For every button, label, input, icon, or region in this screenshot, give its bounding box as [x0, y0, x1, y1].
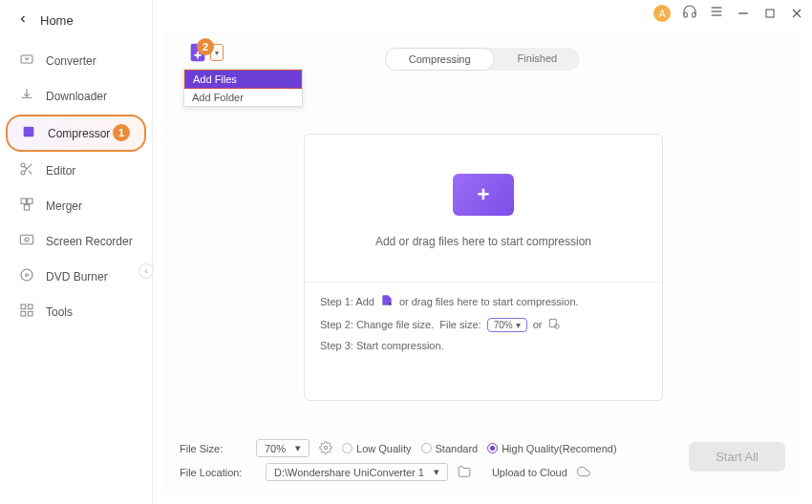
svg-point-19 — [21, 269, 32, 281]
back-arrow-icon[interactable] — [17, 11, 29, 29]
svg-rect-16 — [24, 205, 29, 210]
file-location-select[interactable]: D:\Wondershare UniConverter 1 ▾ — [266, 463, 448, 481]
start-all-button[interactable]: Start All — [689, 442, 785, 472]
file-size-value: 70% — [265, 443, 286, 454]
bottom-bar: File Size: 70% ▾ Low Quality Standard Hi… — [180, 439, 785, 487]
step2-pre-label: Step 2: Change file size. — [320, 319, 434, 330]
tools-icon — [19, 303, 34, 321]
svg-rect-17 — [20, 235, 32, 243]
radio-checked-icon — [487, 443, 498, 453]
svg-point-27 — [555, 325, 560, 329]
dvd-burner-icon — [19, 267, 34, 285]
sidebar-item-label: Merger — [46, 200, 82, 213]
tab-finished[interactable]: Finished — [495, 48, 581, 71]
step2-size-select[interactable]: 70%▾ — [487, 318, 527, 332]
svg-rect-26 — [550, 319, 557, 326]
maximize-button[interactable] — [762, 6, 778, 21]
sidebar-collapse-toggle[interactable]: ‹ — [139, 263, 154, 279]
plus-icon: + — [478, 182, 490, 207]
svg-point-18 — [25, 238, 29, 242]
settings-small-icon[interactable] — [547, 317, 561, 332]
chevron-down-icon: ▾ — [295, 442, 301, 454]
gear-icon[interactable] — [319, 441, 332, 456]
add-dropdown-menu: Add Files Add Folder — [183, 69, 303, 107]
file-size-label: File Size: — [180, 443, 246, 454]
tab-compressing[interactable]: Compressing — [385, 48, 495, 71]
close-button[interactable] — [789, 6, 804, 21]
step1-post-label: or drag files here to start compression. — [399, 296, 579, 307]
file-size-select[interactable]: 70% ▾ — [256, 439, 310, 457]
screen-recorder-icon — [19, 232, 34, 250]
avatar[interactable]: A — [653, 5, 671, 22]
sidebar-item-label: Editor — [46, 164, 75, 178]
svg-rect-24 — [21, 311, 26, 316]
drop-zone[interactable]: + Add or drag files here to start compre… — [304, 134, 663, 401]
minimize-button[interactable] — [736, 6, 751, 21]
chevron-left-icon: ‹ — [145, 266, 148, 276]
step-1: Step 1: Add + or drag files here to star… — [320, 294, 647, 309]
sidebar-item-label: Downloader — [46, 90, 107, 103]
converter-icon — [19, 52, 34, 70]
dropdown-item-add-files[interactable]: Add Files — [184, 70, 302, 89]
svg-point-28 — [324, 446, 328, 450]
svg-line-13 — [24, 166, 27, 169]
step2-or-label: or — [533, 319, 543, 330]
sidebar-title: Home — [40, 13, 74, 28]
sidebar-item-merger[interactable]: Merger — [6, 189, 146, 222]
quality-low-label: Low Quality — [356, 443, 411, 454]
radio-icon — [421, 443, 432, 453]
sidebar-item-tools[interactable]: Tools — [6, 295, 146, 328]
merger-icon — [19, 197, 34, 215]
folder-upload-icon: + — [445, 168, 522, 221]
sidebar-item-editor[interactable]: Editor — [6, 154, 146, 187]
svg-text:+: + — [388, 301, 392, 307]
svg-rect-14 — [21, 199, 26, 203]
avatar-initial: A — [659, 9, 666, 19]
sidebar-item-downloader[interactable]: Downloader — [6, 79, 146, 113]
sidebar-item-dvd-burner[interactable]: DVD Burner — [6, 260, 146, 293]
svg-point-10 — [21, 171, 25, 175]
hamburger-icon[interactable] — [709, 4, 724, 23]
folder-open-icon[interactable] — [458, 465, 471, 480]
headset-icon[interactable] — [682, 4, 697, 23]
quality-standard-radio[interactable]: Standard — [421, 443, 479, 454]
quality-high-radio[interactable]: High Quality(Recomend) — [487, 443, 616, 454]
step-3: Step 3: Start compression. — [320, 340, 647, 351]
step1-pre-label: Step 1: Add — [320, 296, 374, 307]
svg-rect-8 — [24, 127, 34, 137]
sidebar-item-label: Converter — [46, 54, 96, 68]
sidebar-item-label: Tools — [46, 305, 73, 319]
svg-point-20 — [26, 274, 29, 277]
sidebar-item-screen-recorder[interactable]: Screen Recorder — [6, 224, 146, 258]
downloader-icon — [19, 87, 34, 105]
document-add-small-icon: + — [380, 294, 394, 309]
cloud-icon[interactable] — [577, 465, 590, 480]
step2-value: 70% — [494, 320, 513, 330]
annotation-badge-1: 1 — [113, 124, 130, 141]
svg-rect-22 — [28, 304, 32, 309]
radio-icon — [342, 443, 353, 453]
quality-standard-label: Standard — [436, 443, 479, 454]
file-location-value: D:\Wondershare UniConverter 1 — [274, 467, 424, 478]
annotation-badge-2: 2 — [197, 38, 214, 55]
step-2: Step 2: Change file size. File size: 70%… — [320, 317, 647, 332]
svg-rect-4 — [766, 10, 774, 17]
sidebar: Home Converter Downloader Compressor Edi… — [0, 0, 153, 504]
drop-zone-text: Add or drag files here to start compress… — [375, 235, 591, 248]
svg-rect-15 — [28, 199, 32, 203]
file-location-label: File Location: — [180, 467, 256, 478]
quality-high-label: High Quality(Recomend) — [502, 443, 616, 454]
sidebar-item-converter[interactable]: Converter — [6, 44, 146, 77]
sidebar-item-label: Screen Recorder — [46, 235, 133, 248]
chevron-down-icon: ▾ — [215, 49, 219, 57]
svg-rect-23 — [28, 311, 32, 316]
svg-rect-21 — [21, 304, 26, 309]
upload-cloud-label: Upload to Cloud — [492, 467, 567, 478]
dropdown-item-add-folder[interactable]: Add Folder — [184, 89, 302, 106]
step2-filesize-label: File size: — [439, 319, 481, 330]
compressor-icon — [21, 124, 36, 142]
svg-point-9 — [21, 163, 25, 167]
quality-low-radio[interactable]: Low Quality — [342, 443, 411, 454]
svg-line-12 — [29, 171, 32, 175]
main-panel: ▾ Add Files Add Folder Compressing Finis… — [162, 31, 802, 494]
